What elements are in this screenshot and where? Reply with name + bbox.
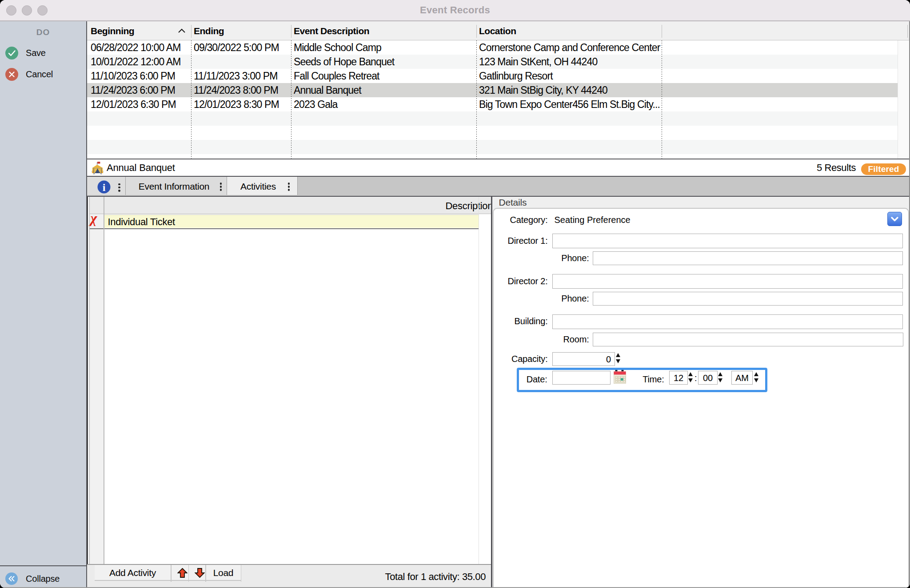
svg-text:i: i bbox=[103, 182, 106, 193]
